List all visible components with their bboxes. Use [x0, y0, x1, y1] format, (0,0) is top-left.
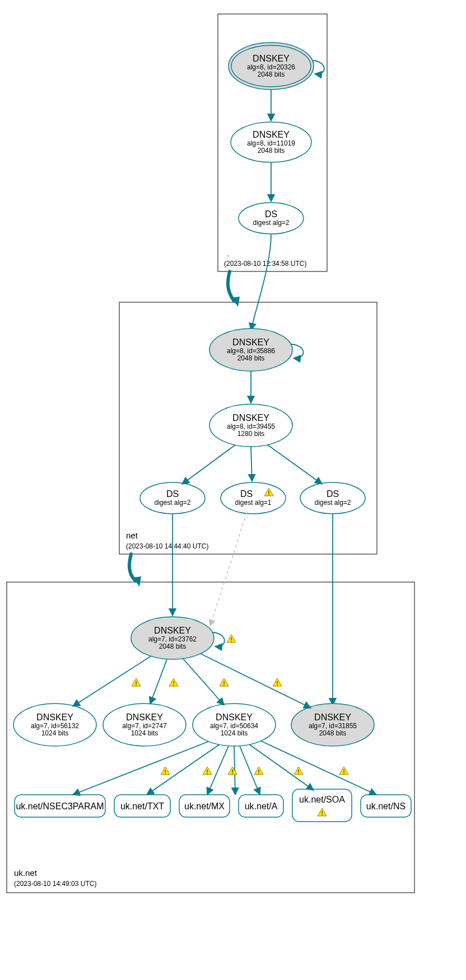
zone-net-time: (2023-08-10 14:44:40 UTC)	[126, 542, 208, 550]
zone-root-time: (2023-08-10 12:34:58 UTC)	[224, 260, 306, 268]
zone-root-label: .	[227, 248, 229, 258]
svg-text:alg=7, id=56132: alg=7, id=56132	[31, 722, 79, 730]
svg-text:2048 bits: 2048 bits	[258, 147, 285, 154]
node-uk-ksk[interactable]: DNSKEY alg=7, id=23762 2048 bits	[131, 617, 214, 659]
node-uk-zsk3[interactable]: DNSKEY alg=7, id=50634 1024 bits	[193, 704, 276, 746]
svg-text:1280 bits: 1280 bits	[237, 430, 265, 438]
warning-icon	[228, 767, 237, 775]
svg-text:uk.net/NSEC3PARAM: uk.net/NSEC3PARAM	[16, 801, 104, 811]
warning-icon	[273, 678, 282, 687]
svg-text:alg=7, id=2747: alg=7, id=2747	[122, 722, 167, 730]
svg-text:DS: DS	[166, 489, 179, 499]
svg-text:DNSKEY: DNSKEY	[232, 413, 269, 423]
svg-text:1024 bits: 1024 bits	[221, 729, 248, 737]
node-root-ksk[interactable]: DNSKEY alg=8, id=20326 2048 bits	[229, 43, 314, 90]
svg-rect-58	[292, 789, 352, 822]
svg-text:1024 bits: 1024 bits	[41, 729, 69, 737]
svg-text:alg=8, id=11019: alg=8, id=11019	[247, 139, 295, 147]
rr-ns[interactable]: uk.net/NS	[361, 795, 411, 817]
svg-point-24	[221, 482, 286, 514]
svg-text:alg=7, id=23762: alg=7, id=23762	[148, 635, 197, 643]
warning-icon	[294, 767, 303, 775]
rr-txt[interactable]: uk.net/TXT	[114, 795, 170, 817]
svg-text:digest alg=1: digest alg=1	[235, 499, 271, 507]
rr-mx[interactable]: uk.net/MX	[179, 795, 230, 817]
node-net-ds-a[interactable]: DS digest alg=2	[140, 482, 205, 514]
warning-icon	[339, 767, 348, 775]
svg-text:DNSKEY: DNSKEY	[154, 626, 191, 635]
svg-text:DS: DS	[240, 489, 253, 499]
warning-icon	[254, 767, 263, 775]
svg-text:uk.net/TXT: uk.net/TXT	[120, 801, 164, 811]
svg-text:DS: DS	[265, 209, 277, 219]
zone-uknet-time: (2023-08-10 14:49:03 UTC)	[14, 880, 96, 888]
node-uk-zsk1[interactable]: DNSKEY alg=7, id=56132 1024 bits	[13, 704, 96, 746]
svg-text:digest alg=2: digest alg=2	[154, 499, 190, 507]
svg-text:alg=7, id=31855: alg=7, id=31855	[309, 722, 357, 730]
svg-text:DNSKEY: DNSKEY	[253, 130, 290, 139]
svg-text:2048 bits: 2048 bits	[159, 643, 187, 650]
svg-text:1024 bits: 1024 bits	[131, 729, 159, 737]
svg-text:uk.net/A: uk.net/A	[245, 801, 278, 811]
svg-text:DNSKEY: DNSKEY	[36, 712, 73, 722]
node-uk-key-31855[interactable]: DNSKEY alg=7, id=31855 2048 bits	[291, 704, 374, 746]
warning-icon	[220, 678, 229, 687]
svg-text:uk.net/SOA: uk.net/SOA	[299, 795, 345, 804]
svg-text:DNSKEY: DNSKEY	[314, 712, 351, 722]
node-root-ds[interactable]: DS digest alg=2	[239, 203, 304, 234]
warning-icon	[169, 678, 178, 687]
dnssec-diagram: ! . (2023-08-10 12:34:58 UTC) net (2023-…	[0, 0, 466, 980]
svg-text:alg=7, id=50634: alg=7, id=50634	[210, 722, 258, 730]
zone-uknet-label: uk.net	[14, 868, 38, 878]
svg-text:alg=8, id=39455: alg=8, id=39455	[227, 423, 275, 430]
svg-text:2048 bits: 2048 bits	[237, 354, 265, 362]
svg-text:2048 bits: 2048 bits	[258, 71, 285, 78]
warning-icon	[227, 635, 236, 643]
node-net-ds-c[interactable]: DS digest alg=2	[300, 482, 365, 514]
warning-icon	[161, 767, 170, 775]
rr-nsec3param[interactable]: uk.net/NSEC3PARAM	[15, 795, 105, 817]
svg-text:DNSKEY: DNSKEY	[126, 712, 163, 722]
rr-soa[interactable]: uk.net/SOA	[292, 789, 352, 822]
node-net-ksk[interactable]: DNSKEY alg=8, id=35886 2048 bits	[209, 329, 292, 371]
node-uk-zsk2[interactable]: DNSKEY alg=7, id=2747 1024 bits	[103, 704, 186, 746]
node-net-ds-b[interactable]: DS digest alg=1	[221, 482, 286, 514]
svg-text:digest alg=2: digest alg=2	[253, 219, 289, 227]
node-root-zsk[interactable]: DNSKEY alg=8, id=11019 2048 bits	[231, 122, 311, 162]
rr-a[interactable]: uk.net/A	[239, 795, 283, 817]
svg-text:DNSKEY: DNSKEY	[253, 54, 290, 63]
svg-text:alg=8, id=35886: alg=8, id=35886	[227, 347, 275, 355]
warning-icon	[203, 767, 212, 775]
svg-text:DNSKEY: DNSKEY	[232, 337, 269, 347]
warning-icon	[132, 678, 141, 687]
node-net-zsk[interactable]: DNSKEY alg=8, id=39455 1280 bits	[209, 404, 292, 447]
svg-text:digest alg=2: digest alg=2	[314, 499, 351, 507]
svg-text:uk.net/NS: uk.net/NS	[366, 801, 406, 811]
svg-text:uk.net/MX: uk.net/MX	[184, 801, 225, 811]
svg-text:DS: DS	[327, 489, 339, 499]
svg-text:DNSKEY: DNSKEY	[216, 712, 253, 722]
zone-net-label: net	[126, 531, 138, 540]
svg-text:2048 bits: 2048 bits	[319, 729, 347, 737]
svg-text:alg=8, id=20326: alg=8, id=20326	[247, 63, 295, 71]
